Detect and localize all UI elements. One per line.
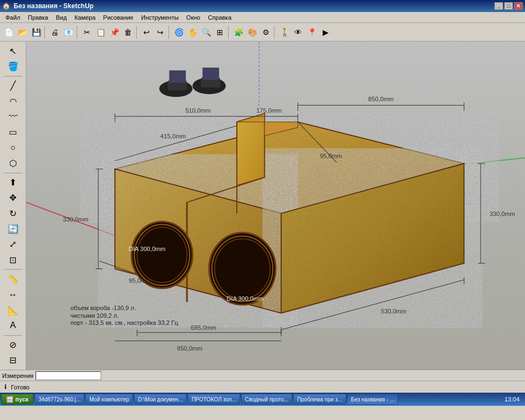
lt-push[interactable]: ⬆ — [3, 175, 24, 189]
lt-select[interactable]: ↖ — [3, 44, 24, 58]
minimize-button[interactable]: _ — [494, 2, 503, 10]
tool-paste[interactable]: 📌 — [108, 26, 121, 39]
lt-section2[interactable]: ⊟ — [3, 353, 24, 368]
svg-text:850,0mm: 850,0mm — [368, 96, 393, 102]
status-text: Готово — [11, 384, 30, 390]
sep6 — [274, 26, 276, 39]
start-icon: 🪟 — [6, 396, 14, 403]
svg-text:850,0mm: 850,0mm — [177, 345, 202, 352]
sep3 — [136, 26, 138, 39]
lt-scale[interactable]: ⤢ — [3, 237, 24, 252]
svg-text:DIA 300,0mm: DIA 300,0mm — [227, 295, 264, 302]
status-icon: ℹ — [4, 383, 7, 390]
lt-tape[interactable]: 📏 — [3, 272, 24, 286]
lt-dim[interactable]: ↔ — [3, 288, 24, 302]
left-toolbar: ↖ 🪣 ╱ ◠ 〰 ▭ ○ ⬡ ⬆ ✥ ↻ 🔄 ⤢ ⊡ 📏 ↔ 📐 A ⊘ ⊟ — [0, 42, 26, 370]
menu-draw[interactable]: Рисование — [100, 14, 137, 21]
title-bar: 🏠 Без названия - SketchUp _ □ ✕ — [0, 0, 525, 12]
tool-redo[interactable]: ↪ — [154, 26, 167, 39]
lt-sep4 — [4, 335, 22, 336]
tool-erase[interactable]: 🗑 — [121, 26, 135, 39]
tool-zoom[interactable]: 🔍 — [200, 26, 213, 39]
close-button[interactable]: ✕ — [514, 2, 523, 10]
tool-components[interactable]: 🧩 — [232, 26, 245, 39]
lt-line[interactable]: ╱ — [3, 79, 24, 93]
svg-text:330,0mm: 330,0mm — [63, 216, 88, 223]
taskbar-item-6[interactable]: Без названия - ... — [347, 394, 398, 405]
lt-freehand[interactable]: 〰 — [3, 109, 24, 124]
window-title: Без названия - SketchUp — [14, 2, 94, 10]
menu-tools[interactable]: Инструменты — [138, 14, 182, 21]
sep5 — [228, 26, 230, 39]
taskbar: 🪟 пуск 34d8772s-960.j... Мой компьютер D… — [0, 393, 525, 406]
svg-text:175,0mm: 175,0mm — [256, 107, 282, 114]
tool-undo[interactable]: ↩ — [140, 26, 153, 39]
svg-text:95,0mm: 95,0mm — [129, 277, 150, 284]
menu-help[interactable]: Справка — [205, 14, 235, 21]
lt-text[interactable]: A — [3, 318, 24, 332]
svg-text:чистыми 109,2 л.: чистыми 109,2 л. — [71, 312, 119, 319]
start-button[interactable]: 🪟 пуск — [1, 394, 33, 405]
taskbar-item-4[interactable]: Сводный прото... — [241, 394, 292, 405]
maximize-button[interactable]: □ — [504, 2, 513, 10]
lt-sep3 — [4, 269, 22, 270]
measure-bar: Измерения — [0, 370, 525, 381]
canvas-area[interactable]: 510,0mm 850,0mm 415,0mm 175,0mm 95,0mm 3… — [26, 42, 525, 370]
measure-label: Измерения — [2, 372, 33, 379]
svg-point-23 — [209, 233, 276, 305]
tool-orbit[interactable]: 🌀 — [172, 26, 185, 39]
tool-zoomall[interactable]: ⊞ — [213, 26, 226, 39]
lt-circle[interactable]: ○ — [3, 141, 24, 155]
tool-lookat[interactable]: 👁 — [291, 26, 305, 39]
window-controls[interactable]: _ □ ✕ — [494, 2, 523, 10]
tool-open[interactable]: 📂 — [16, 26, 29, 39]
svg-text:DIA 300,0mm: DIA 300,0mm — [129, 246, 165, 252]
tool-copy[interactable]: 📋 — [94, 26, 107, 39]
lt-protractor[interactable]: 📐 — [3, 303, 24, 317]
lt-rotate[interactable]: ↻ — [3, 206, 24, 220]
tool-new[interactable]: 📄 — [2, 26, 15, 39]
lt-follow[interactable]: 🔄 — [3, 221, 24, 236]
tool-print[interactable]: 🖨 — [48, 26, 61, 39]
title-bar-title: 🏠 Без названия - SketchUp — [2, 2, 94, 10]
tool-email[interactable]: 📧 — [62, 26, 75, 39]
3d-scene: 510,0mm 850,0mm 415,0mm 175,0mm 95,0mm 3… — [26, 42, 525, 370]
svg-text:95,0mm: 95,0mm — [320, 153, 342, 159]
lt-polygon[interactable]: ⬡ — [3, 156, 24, 170]
svg-marker-15 — [237, 114, 265, 186]
lt-arc[interactable]: ◠ — [3, 94, 24, 108]
measure-input[interactable] — [36, 371, 101, 380]
svg-text:415,0mm: 415,0mm — [160, 133, 185, 139]
taskbar-item-0[interactable]: 34d8772s-960.j... — [34, 394, 84, 405]
taskbar-item-5[interactable]: Проблема при з... — [293, 394, 346, 405]
tool-cut[interactable]: ✂ — [80, 26, 94, 39]
menu-view[interactable]: Вид — [52, 14, 70, 21]
menu-bar: Файл Правка Вид Камера Рисование Инструм… — [0, 12, 525, 23]
tool-position[interactable]: 📍 — [305, 26, 318, 39]
lt-offset[interactable]: ⊡ — [3, 253, 24, 267]
main-area: ↖ 🪣 ╱ ◠ 〰 ▭ ○ ⬡ ⬆ ✥ ↻ 🔄 ⤢ ⊡ 📏 ↔ 📐 A ⊘ ⊟ — [0, 42, 525, 370]
tool-pan[interactable]: ✋ — [186, 26, 199, 39]
menu-file[interactable]: Файл — [2, 14, 24, 21]
lt-rect[interactable]: ▭ — [3, 125, 24, 139]
lt-move[interactable]: ✥ — [3, 191, 24, 205]
menu-window[interactable]: Окно — [183, 14, 204, 21]
svg-text:530,0mm: 530,0mm — [381, 308, 406, 314]
lt-paint[interactable]: 🪣 — [3, 59, 24, 73]
toolbar: 📄 📂 💾 🖨 📧 ✂ 📋 📌 🗑 ↩ ↪ 🌀 ✋ 🔍 ⊞ 🧩 🎨 ⚙ 🚶 👁 … — [0, 23, 525, 42]
taskbar-item-2[interactable]: D:\Мои докумен... — [134, 394, 186, 405]
lt-section[interactable]: ⊘ — [3, 337, 24, 352]
svg-rect-9 — [202, 68, 219, 80]
tool-walkthrough[interactable]: 🚶 — [278, 26, 291, 39]
menu-camera[interactable]: Камера — [71, 14, 98, 21]
tool-settings[interactable]: ⚙ — [259, 26, 272, 39]
taskbar-item-1[interactable]: Мой компьютер — [85, 394, 133, 405]
status-bar: ℹ Готово — [0, 381, 525, 393]
svg-text:510,0mm: 510,0mm — [185, 107, 211, 114]
menu-edit[interactable]: Правка — [25, 14, 51, 21]
start-label: пуск — [15, 396, 28, 402]
tool-materials[interactable]: 🎨 — [246, 26, 259, 39]
taskbar-item-3[interactable]: ПРОТОКОЛ зол... — [188, 394, 240, 405]
tool-save[interactable]: 💾 — [30, 26, 43, 39]
tool-animation[interactable]: ▶ — [319, 26, 332, 39]
